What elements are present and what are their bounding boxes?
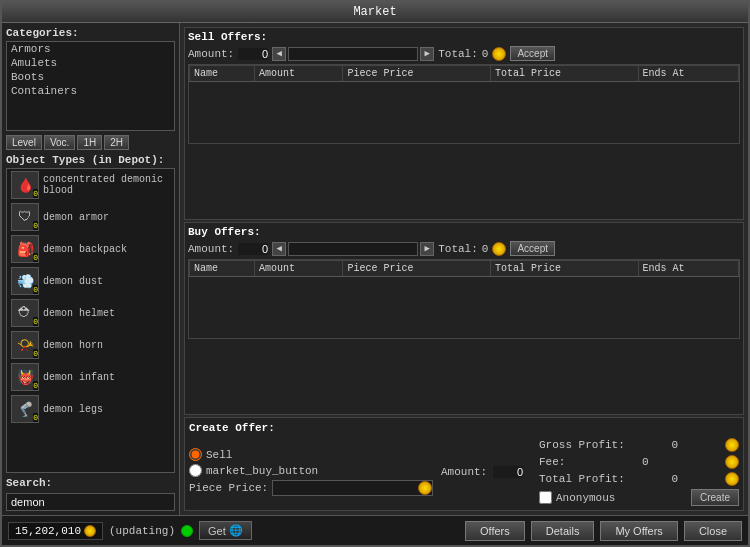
buy-offers-section: Buy Offers: Amount: ◀ ▶ Total: 0 Accept <box>184 222 744 415</box>
buy-radio[interactable] <box>189 464 202 477</box>
sell-col-total-price: Total Price <box>491 66 639 82</box>
create-amount-label: Amount: <box>441 466 487 478</box>
my-offers-button[interactable]: My Offers <box>600 521 677 541</box>
gold-amount: 15,202,010 <box>15 525 81 537</box>
anonymous-checkbox[interactable] <box>539 491 552 504</box>
buy-total-label: Total: <box>438 243 478 255</box>
buy-slider-track[interactable] <box>288 242 418 256</box>
filter-level[interactable]: Level <box>6 135 42 150</box>
buy-col-amount: Amount <box>254 261 343 277</box>
bottom-bar: 15,202,010 (updating) Get 🌐 Offers Detai… <box>2 515 748 545</box>
filter-1h[interactable]: 1H <box>77 135 102 150</box>
sell-radio-label: Sell <box>206 449 232 461</box>
category-item[interactable]: Boots <box>7 70 174 84</box>
buy-amount-input[interactable] <box>238 243 268 255</box>
buy-amount-row: Amount: ◀ ▶ Total: 0 Accept <box>188 241 740 256</box>
buy-slider-container: ◀ ▶ <box>272 242 434 256</box>
categories-label: Categories: <box>6 27 175 39</box>
item-name: demon dust <box>43 276 103 287</box>
sell-offers-section: Sell Offers: Amount: ◀ ▶ Total: 0 Accept <box>184 27 744 220</box>
sell-amount-label: Amount: <box>188 48 234 60</box>
sell-slider-left[interactable]: ◀ <box>272 47 286 61</box>
sell-col-name: Name <box>190 66 255 82</box>
list-item[interactable]: 👹0 demon infant <box>7 361 174 393</box>
price-coin-icon <box>418 481 432 495</box>
sell-col-piece-price: Piece Price <box>343 66 491 82</box>
gross-profit-value: 0 <box>672 439 679 451</box>
price-track[interactable] <box>273 481 418 495</box>
category-item[interactable]: Amulets <box>7 56 174 70</box>
list-item[interactable]: 📯0 demon horn <box>7 329 174 361</box>
sell-amount-input[interactable] <box>238 48 268 60</box>
window-title: Market <box>353 5 396 19</box>
create-offer-title: Create Offer: <box>189 422 739 434</box>
category-item[interactable]: Containers <box>7 84 174 98</box>
item-name: concentrated demonic blood <box>43 174 170 196</box>
buy-accept-button[interactable]: Accept <box>510 241 555 256</box>
sell-offers-title: Sell Offers: <box>188 31 740 43</box>
sell-slider-right[interactable]: ▶ <box>420 47 434 61</box>
sell-radio-row: Sell <box>189 448 433 461</box>
category-list[interactable]: Armors Amulets Boots Containers <box>6 41 175 131</box>
get-button[interactable]: Get 🌐 <box>199 521 252 540</box>
item-name: demon infant <box>43 372 115 383</box>
list-item[interactable]: 🦿0 demon legs <box>7 393 174 425</box>
total-profit-coin <box>725 472 739 486</box>
title-bar: Market <box>2 2 748 23</box>
category-item[interactable]: Armors <box>7 42 174 56</box>
total-profit-value: 0 <box>672 473 679 485</box>
sell-total-value: 0 <box>482 48 489 60</box>
sell-amount-row: Amount: ◀ ▶ Total: 0 Accept <box>188 46 740 61</box>
object-list[interactable]: 🩸0 concentrated demonic blood 🛡0 demon a… <box>6 168 175 473</box>
buy-offers-table: Name Amount Piece Price Total Price Ends… <box>189 260 739 277</box>
updating-label: (updating) <box>109 525 175 537</box>
buy-amount-label: Amount: <box>188 243 234 255</box>
status-dot <box>181 525 193 537</box>
buy-col-total-price: Total Price <box>491 261 639 277</box>
object-types-label: Object Types (in Depot): <box>6 154 175 166</box>
item-icon: 📯0 <box>11 331 39 359</box>
sell-coin-icon <box>492 47 506 61</box>
list-item[interactable]: 💨0 demon dust <box>7 265 174 297</box>
search-input[interactable] <box>6 493 175 511</box>
item-icon: 👹0 <box>11 363 39 391</box>
sell-radio[interactable] <box>189 448 202 461</box>
fee-value: 0 <box>642 456 649 468</box>
item-name: demon helmet <box>43 308 115 319</box>
sell-slider-container: ◀ ▶ <box>272 47 434 61</box>
sell-slider-track[interactable] <box>288 47 418 61</box>
buy-slider-right[interactable]: ▶ <box>420 242 434 256</box>
create-button[interactable]: Create <box>691 489 739 506</box>
buy-table-scroll[interactable]: Name Amount Piece Price Total Price Ends… <box>188 259 740 339</box>
buy-col-piece-price: Piece Price <box>343 261 491 277</box>
list-item[interactable]: 🎒0 demon backpack <box>7 233 174 265</box>
close-button[interactable]: Close <box>684 521 742 541</box>
anonymous-label: Anonymous <box>556 492 615 504</box>
create-offer-row: Sell market_buy_button Piece Price: <box>189 438 739 506</box>
sell-offers-table: Name Amount Piece Price Total Price Ends… <box>189 65 739 82</box>
create-amount-row: Amount: <box>441 466 531 478</box>
right-panel: Sell Offers: Amount: ◀ ▶ Total: 0 Accept <box>180 23 748 515</box>
main-content: Categories: Armors Amulets Boots Contain… <box>2 23 748 515</box>
list-item[interactable]: 🩸0 concentrated demonic blood <box>7 169 174 201</box>
item-name: demon backpack <box>43 244 127 255</box>
filter-voc[interactable]: Voc. <box>44 135 75 150</box>
sell-accept-button[interactable]: Accept <box>510 46 555 61</box>
buy-col-name: Name <box>190 261 255 277</box>
create-amount-input[interactable] <box>493 466 523 478</box>
details-button[interactable]: Details <box>531 521 595 541</box>
get-label: Get <box>208 525 226 537</box>
item-icon: 🎒0 <box>11 235 39 263</box>
offers-button[interactable]: Offers <box>465 521 525 541</box>
filter-2h[interactable]: 2H <box>104 135 129 150</box>
item-name: demon armor <box>43 212 109 223</box>
list-item[interactable]: 🛡0 demon armor <box>7 201 174 233</box>
filter-row: Level Voc. 1H 2H <box>6 135 175 150</box>
create-offer-section: Create Offer: Sell market_buy_button Pie… <box>184 417 744 511</box>
buy-radio-row: market_buy_button <box>189 464 433 477</box>
create-left-col: Sell market_buy_button Piece Price: <box>189 448 433 496</box>
sell-table-scroll[interactable]: Name Amount Piece Price Total Price Ends… <box>188 64 740 144</box>
gross-profit-row: Gross Profit: 0 <box>539 438 739 452</box>
buy-slider-left[interactable]: ◀ <box>272 242 286 256</box>
list-item[interactable]: ⛑0 demon helmet <box>7 297 174 329</box>
